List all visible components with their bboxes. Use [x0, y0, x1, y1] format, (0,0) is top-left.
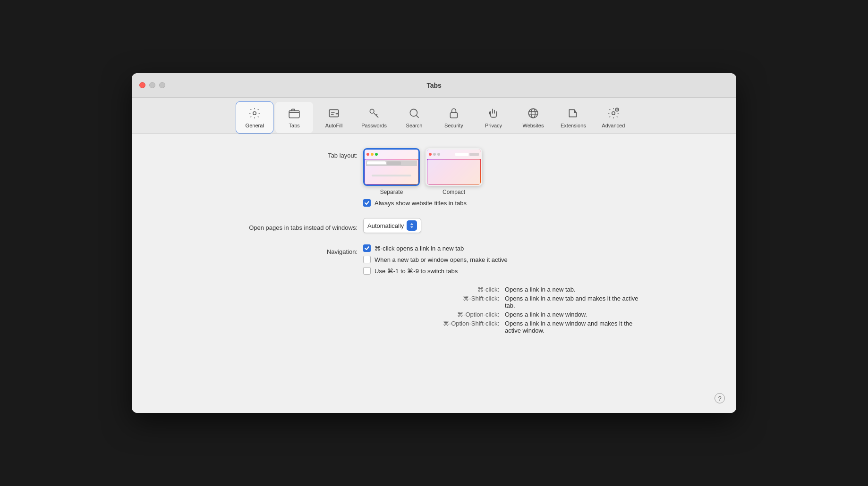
tab-extensions[interactable]: Extensions — [554, 102, 593, 133]
show-titles-label: Always show website titles in tabs — [374, 200, 467, 207]
svg-point-0 — [253, 112, 256, 115]
switch-tabs-checkbox[interactable] — [363, 267, 371, 275]
switch-tabs-label: Use ⌘-1 to ⌘-9 to switch tabs — [374, 268, 458, 275]
tab-options: Separate — [363, 148, 482, 207]
dropdown-arrow-icon — [407, 220, 417, 231]
svg-point-3 — [370, 109, 374, 113]
cmd-click-row: ⌘-click opens a link in a new tab — [363, 244, 647, 252]
traffic-lights — [139, 82, 165, 88]
shortcut-desc-2: Opens a link in a new window. — [505, 311, 587, 318]
shortcut-row-1: ⌘-Shift-click: Opens a link in a new tab… — [363, 295, 647, 309]
shortcut-row-2: ⌘-Option-click: Opens a link in a new wi… — [363, 311, 647, 318]
tab-tabs[interactable]: Tabs — [275, 102, 313, 133]
tab-advanced[interactable]: Advanced — [595, 102, 632, 133]
new-tab-active-label: When a new tab or window opens, make it … — [374, 256, 508, 263]
tab-websites[interactable]: Websites — [514, 102, 552, 133]
title-bar: Tabs — [132, 73, 736, 98]
separate-thumb — [363, 148, 420, 186]
extensions-icon — [566, 106, 581, 121]
cmd-click-checkbox[interactable] — [363, 244, 371, 252]
tab-layout-compact[interactable]: Compact — [425, 148, 482, 195]
tab-passwords[interactable]: Passwords — [355, 102, 393, 133]
tab-privacy[interactable]: Privacy — [475, 102, 512, 133]
autofill-icon — [326, 106, 341, 121]
shortcut-key-0: ⌘-click: — [363, 286, 505, 293]
open-pages-section: Open pages in tabs instead of windows: A… — [221, 218, 647, 233]
svg-point-7 — [531, 109, 536, 118]
shortcut-row-3: ⌘-Option-Shift-click: Opens a link in a … — [363, 320, 647, 334]
separate-label: Separate — [380, 189, 403, 195]
tab-search[interactable]: Search — [395, 102, 433, 133]
toolbar: General Tabs AutoFill — [132, 98, 736, 134]
window-title: Tabs — [426, 82, 441, 89]
lock-icon — [446, 106, 461, 121]
shortcut-desc-0: Opens a link in a new tab. — [505, 286, 576, 293]
shortcut-info: ⌘-click: Opens a link in a new tab. ⌘-Sh… — [363, 286, 647, 334]
help-button[interactable]: ? — [715, 393, 725, 403]
shortcut-key-3: ⌘-Option-Shift-click: — [363, 320, 505, 327]
tab-layout-section: Tab layout: — [221, 148, 647, 207]
navigation-label: Navigation: — [221, 244, 363, 255]
compact-thumb — [425, 148, 482, 186]
tab-security[interactable]: Security — [435, 102, 473, 133]
tab-extensions-label: Extensions — [561, 123, 586, 128]
svg-point-4 — [410, 109, 417, 116]
gear-icon — [247, 106, 262, 121]
hand-icon — [486, 106, 501, 121]
open-pages-dropdown[interactable]: Automatically — [363, 218, 421, 233]
navigation-section: Navigation: ⌘-click opens a link in a ne… — [221, 244, 647, 334]
shortcut-key-1: ⌘-Shift-click: — [363, 295, 505, 302]
minimize-button[interactable] — [149, 82, 155, 88]
content-area: Tab layout: — [132, 134, 736, 413]
tab-layout-label: Tab layout: — [221, 148, 363, 159]
tabs-icon — [287, 106, 302, 121]
tab-search-label: Search — [406, 123, 423, 128]
shortcut-key-2: ⌘-Option-click: — [363, 311, 505, 318]
tab-passwords-label: Passwords — [361, 123, 387, 128]
tab-privacy-label: Privacy — [485, 123, 502, 128]
tab-advanced-label: Advanced — [602, 123, 625, 128]
main-window: Tabs General Tabs — [132, 73, 736, 413]
tab-tabs-label: Tabs — [289, 123, 300, 128]
nav-options: ⌘-click opens a link in a new tab When a… — [363, 244, 647, 334]
tab-thumbnails: Separate — [363, 148, 482, 195]
switch-tabs-row: Use ⌘-1 to ⌘-9 to switch tabs — [363, 267, 647, 275]
svg-rect-2 — [329, 109, 339, 117]
close-button[interactable] — [139, 82, 145, 88]
search-icon — [407, 106, 422, 121]
key-icon — [366, 106, 382, 121]
show-titles-row: Always show website titles in tabs — [363, 199, 467, 207]
advanced-icon — [606, 106, 621, 121]
new-tab-active-checkbox[interactable] — [363, 256, 371, 263]
show-titles-checkbox[interactable] — [363, 199, 371, 207]
new-tab-active-row: When a new tab or window opens, make it … — [363, 256, 647, 263]
tab-general-label: General — [246, 123, 264, 128]
tab-autofill-label: AutoFill — [325, 123, 343, 128]
compact-label: Compact — [443, 189, 465, 195]
tab-websites-label: Websites — [522, 123, 544, 128]
svg-rect-5 — [450, 113, 457, 118]
shortcut-row-0: ⌘-click: Opens a link in a new tab. — [363, 286, 647, 293]
shortcut-desc-1: Opens a link in a new tab and makes it t… — [505, 295, 647, 309]
svg-point-8 — [612, 112, 615, 115]
cmd-click-label: ⌘-click opens a link in a new tab — [374, 245, 464, 252]
settings-container: Tab layout: — [221, 148, 647, 342]
open-pages-label: Open pages in tabs instead of windows: — [221, 220, 363, 231]
dropdown-value: Automatically — [367, 222, 404, 229]
globe-icon — [526, 106, 541, 121]
maximize-button[interactable] — [159, 82, 165, 88]
tab-general[interactable]: General — [236, 101, 273, 134]
tab-layout-separate[interactable]: Separate — [363, 148, 420, 195]
svg-point-6 — [528, 109, 538, 118]
tab-security-label: Security — [444, 123, 463, 128]
content-wrapper: Tab layout: — [132, 134, 736, 413]
svg-rect-1 — [289, 111, 299, 118]
shortcut-desc-3: Opens a link in a new window and makes i… — [505, 320, 647, 334]
tab-autofill[interactable]: AutoFill — [315, 102, 353, 133]
